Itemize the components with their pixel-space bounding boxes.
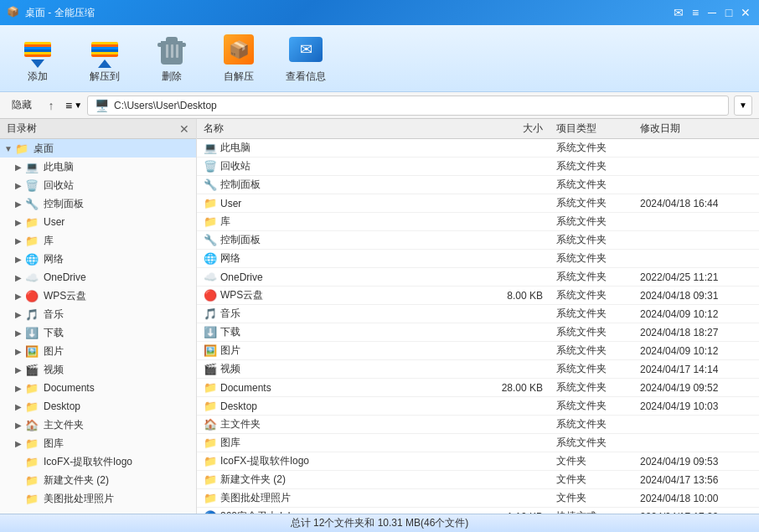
sidebar-item-pictures[interactable]: ▶ 🖼️ 图片 (0, 342, 196, 360)
table-row[interactable]: 📁 IcoFX-提取软件logo 文件夹 2024/04/19 09:53 (197, 452, 759, 471)
table-row[interactable]: 📁 Desktop 系统文件夹 2024/04/19 10:03 (197, 397, 759, 416)
view-toggle[interactable]: ≡ ▼ (65, 99, 82, 112)
sidebar-item-icofx[interactable]: 📁 IcoFX-提取软件logo (0, 452, 196, 471)
file-date: 2024/04/18 09:31 (633, 290, 759, 302)
file-type: 系统文件夹 (550, 307, 633, 321)
sidebar-item-music[interactable]: ▶ 🎵 音乐 (0, 305, 196, 323)
sidebar-item-newfolder[interactable]: 📁 新建文件夹 (2) (0, 471, 196, 489)
sidebar-item-label-documents: Documents (44, 382, 95, 394)
sidebar-item-recycle[interactable]: ▶ 🗑️ 回收站 (0, 176, 196, 194)
menu-icon[interactable]: ≡ (689, 6, 702, 19)
sidebar-item-onedrive[interactable]: ▶ ☁️ OneDrive (0, 268, 196, 287)
file-name: 美图批处理照片 (220, 491, 291, 505)
tree-toggle-icofx (13, 457, 23, 467)
table-row[interactable]: 🖼️ 图片 系统文件夹 2024/04/09 10:12 (197, 342, 759, 360)
sidebar-item-desktop[interactable]: ▼ 📁 桌面 (0, 139, 196, 158)
sidebar-item-tutor[interactable]: ▶ 📁 图库 (0, 434, 196, 452)
close-button[interactable]: ✕ (739, 6, 752, 19)
table-row[interactable]: 🌐 网络 系统文件夹 (197, 250, 759, 268)
file-name: 下载 (220, 325, 240, 339)
col-header-type[interactable]: 项目类型 (550, 121, 633, 136)
table-row[interactable]: 📁 图库 系统文件夹 (197, 434, 759, 452)
extract-button[interactable]: 解压到 (84, 33, 126, 84)
desktop2-icon: 📁 (25, 400, 40, 412)
nav-up-button[interactable]: ↑ (42, 96, 60, 115)
table-row[interactable]: 🔧 控制面板 系统文件夹 (197, 176, 759, 194)
file-name-cell: 🔴 WPS云盘 (197, 288, 483, 302)
sidebar-item-label-thispc: 此电脑 (44, 160, 74, 174)
sidebar-item-controlpanel[interactable]: ▶ 🔧 控制面板 (0, 194, 196, 213)
path-bar[interactable]: 🖥️ C:\Users\User\Desktop (87, 96, 729, 116)
file-name: 此电脑 (220, 141, 250, 155)
table-row[interactable]: 🔴 WPS云盘 8.00 KB 系统文件夹 2024/04/18 09:31 (197, 287, 759, 305)
sidebar-item-desktop2[interactable]: ▶ 📁 Desktop (0, 397, 196, 416)
sidebar-item-mainfolder[interactable]: ▶ 🏠 主文件夹 (0, 416, 196, 434)
sidebar-item-user[interactable]: ▶ 📁 User (0, 213, 196, 231)
table-row[interactable]: 💻 此电脑 系统文件夹 (197, 139, 759, 158)
sidebar-item-label-controlpanel: 控制面板 (44, 197, 84, 211)
selfextract-icon: 📦 (222, 33, 256, 66)
sidebar-item-downloads[interactable]: ▶ ⬇️ 下载 (0, 323, 196, 342)
sidebar-item-label-desktop: 桌面 (34, 142, 54, 156)
file-name-cell: 🗑️ 回收站 (197, 159, 483, 173)
newfolder-icon: 📁 (25, 474, 40, 486)
sidebar-item-photoprocess[interactable]: 📁 美图批处理照片 (0, 489, 196, 508)
photoprocess-folder-icon: 📁 (25, 493, 40, 504)
minimize-button[interactable]: ─ (705, 6, 719, 19)
table-row[interactable]: 📁 美图批处理照片 文件夹 2024/04/18 10:00 (197, 489, 759, 508)
info-button[interactable]: ✉ 查看信息 (285, 33, 327, 84)
table-row[interactable]: 📁 Documents 28.00 KB 系统文件夹 2024/04/19 09… (197, 379, 759, 397)
sidebar-item-videos[interactable]: ▶ 🎬 视频 (0, 360, 196, 379)
table-row[interactable]: 🔧 控制面板 系统文件夹 (197, 231, 759, 250)
main-area: 目录树 ✕ ▼ 📁 桌面 ▶ 💻 此电脑 ▶ 🗑️ 回收站 ▶ 🔧 控制面板 ▶… (0, 119, 759, 514)
table-row[interactable]: ☁️ OneDrive 系统文件夹 2022/04/25 11:21 (197, 268, 759, 287)
file-date: 2024/04/18 10:00 (633, 493, 759, 504)
email-icon[interactable]: ✉ (672, 6, 685, 19)
table-row[interactable]: 🎬 视频 系统文件夹 2024/04/17 14:14 (197, 360, 759, 379)
table-row[interactable]: 📁 库 系统文件夹 (197, 213, 759, 231)
file-date: 2024/04/18 18:27 (633, 327, 759, 338)
table-row[interactable]: 🗑️ 回收站 系统文件夹 (197, 158, 759, 176)
music-icon: 🎵 (25, 308, 40, 320)
table-row[interactable]: 🎵 音乐 系统文件夹 2024/04/09 10:12 (197, 305, 759, 323)
table-row[interactable]: ⬇️ 下载 系统文件夹 2024/04/18 18:27 (197, 323, 759, 342)
sidebar-close-button[interactable]: ✕ (179, 122, 189, 136)
sidebar-item-network[interactable]: ▶ 🌐 网络 (0, 250, 196, 268)
file-name-cell: 📁 美图批处理照片 (197, 491, 483, 505)
sidebar-item-label-network: 网络 (44, 252, 64, 266)
file-name-cell: 🌐 网络 (197, 251, 483, 266)
videos-icon: 🎬 (25, 364, 40, 375)
sidebar-item-lib[interactable]: ▶ 📁 库 (0, 231, 196, 250)
file-icon: 🎬 (204, 363, 217, 375)
table-row[interactable]: 📁 新建文件夹 (2) 文件夹 2024/04/17 13:56 (197, 471, 759, 489)
file-type: 系统文件夹 (550, 436, 633, 450)
path-dropdown-button[interactable]: ▼ (734, 96, 752, 116)
sidebar-item-thispc[interactable]: ▶ 💻 此电脑 (0, 158, 196, 176)
col-header-size[interactable]: 大小 (483, 121, 550, 136)
desktop-folder-icon: 📁 (15, 142, 30, 154)
file-icon: 🔧 (204, 178, 217, 191)
tree-toggle-downloads: ▶ (13, 328, 23, 338)
maximize-button[interactable]: □ (722, 6, 736, 19)
table-row[interactable]: 📁 User 系统文件夹 2024/04/18 16:44 (197, 194, 759, 213)
file-name: WPS云盘 (220, 288, 263, 302)
hide-button[interactable]: 隐藏 (7, 96, 37, 114)
delete-button[interactable]: 删除 (151, 33, 193, 84)
col-header-date[interactable]: 修改日期 (633, 121, 759, 136)
file-name: 图片 (220, 343, 240, 358)
sidebar-item-documents[interactable]: ▶ 📁 Documents (0, 379, 196, 397)
table-row[interactable]: 🔵 360安全卫士.lnk 1.10 KB 快捷方式 2024/04/17 17… (197, 508, 759, 514)
col-header-name[interactable]: 名称 (197, 121, 483, 136)
add-button[interactable]: 添加 (17, 33, 59, 84)
extract-label: 解压到 (90, 70, 120, 84)
add-label: 添加 (28, 70, 48, 84)
sidebar-item-wps[interactable]: ▶ 🔴 WPS云盘 (0, 287, 196, 305)
selfextract-button[interactable]: 📦 自解压 (218, 33, 260, 84)
file-icon: ⬇️ (204, 326, 217, 338)
file-name-cell: 🔧 控制面板 (197, 178, 483, 192)
filelist-header: 名称 大小 项目类型 修改日期 (197, 119, 759, 139)
file-name-cell: 📁 User (197, 197, 483, 209)
file-name: 主文件夹 (220, 417, 261, 431)
tree-toggle-desktop: ▼ (3, 143, 13, 153)
table-row[interactable]: 🏠 主文件夹 系统文件夹 (197, 416, 759, 434)
